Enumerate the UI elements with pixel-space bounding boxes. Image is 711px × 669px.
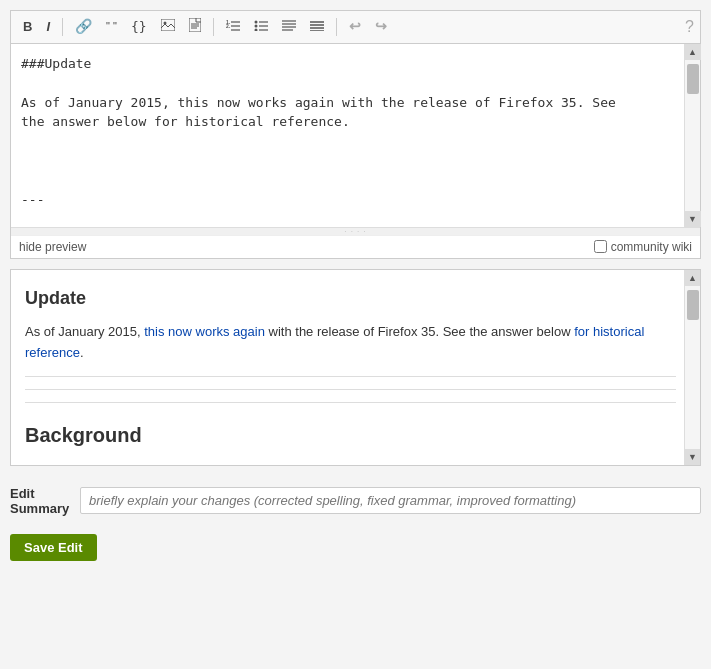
- below-editor-row: hide preview community wiki: [11, 235, 700, 258]
- edit-summary-label: Edit Summary: [10, 486, 70, 516]
- image-button[interactable]: [155, 16, 181, 38]
- editor-resize-handle[interactable]: · · · ·: [11, 227, 700, 235]
- editor-scrollbar[interactable]: ▲ ▼: [684, 44, 700, 227]
- scrollbar-track: [685, 60, 700, 211]
- preview-hr-2: [25, 389, 676, 390]
- preview-scrollbar-thumb: [687, 290, 699, 320]
- file-button[interactable]: [183, 15, 207, 39]
- link-button[interactable]: 🔗: [69, 15, 98, 38]
- preview-scrollbar-up[interactable]: ▲: [685, 270, 701, 286]
- undo-button[interactable]: ↩: [343, 15, 367, 38]
- preview-hr-1: [25, 376, 676, 377]
- edit-summary-label-line1: Edit: [10, 486, 35, 501]
- editor-textarea-wrap: ###Update As of January 2015, this now w…: [11, 44, 700, 227]
- scrollbar-down-arrow[interactable]: ▼: [685, 211, 701, 227]
- blockquote-button[interactable]: " ": [100, 17, 123, 36]
- toolbar-sep-3: [336, 18, 337, 36]
- svg-rect-0: [161, 19, 175, 31]
- edit-summary-label-line2: Summary: [10, 501, 69, 516]
- preview-heading: Update: [25, 284, 676, 313]
- help-icon[interactable]: ?: [685, 18, 694, 36]
- editor-container: B I 🔗 " " {} 1.2. ↩ ↪ ? ###Update As of: [10, 10, 701, 259]
- edit-summary-section: Edit Summary: [0, 476, 711, 526]
- preview-scrollbar[interactable]: ▲ ▼: [684, 270, 700, 465]
- svg-rect-2: [189, 18, 201, 32]
- scrollbar-up-arrow[interactable]: ▲: [685, 44, 701, 60]
- redo-button[interactable]: ↪: [369, 15, 393, 38]
- toolbar-sep-2: [213, 18, 214, 36]
- editor-textarea[interactable]: ###Update As of January 2015, this now w…: [11, 44, 700, 224]
- preview-area: Update As of January 2015, this now work…: [10, 269, 701, 466]
- preview-scrollbar-track: [685, 286, 700, 449]
- ordered-list-button[interactable]: 1.2.: [220, 16, 246, 37]
- scrollbar-thumb: [687, 64, 699, 94]
- hr-button[interactable]: [304, 16, 330, 37]
- align-button[interactable]: [276, 16, 302, 37]
- community-wiki-text: community wiki: [611, 240, 692, 254]
- community-wiki-label: community wiki: [594, 240, 692, 254]
- community-wiki-checkbox[interactable]: [594, 240, 607, 253]
- preview-link-works[interactable]: this now works again: [144, 324, 265, 339]
- toolbar-sep-1: [62, 18, 63, 36]
- unordered-list-button[interactable]: [248, 16, 274, 37]
- italic-button[interactable]: I: [40, 16, 56, 38]
- svg-point-13: [254, 25, 257, 28]
- resize-dots: · · · ·: [344, 227, 367, 236]
- preview-link-historical[interactable]: for historical reference: [25, 324, 644, 360]
- svg-text:2.: 2.: [226, 23, 231, 29]
- preview-paragraph: As of January 2015, this now works again…: [25, 322, 676, 364]
- hide-preview-link[interactable]: hide preview: [19, 240, 86, 254]
- preview-hr-3: [25, 402, 676, 403]
- preview-scrollbar-down[interactable]: ▼: [685, 449, 701, 465]
- edit-summary-input[interactable]: [80, 487, 701, 514]
- preview-content: Update As of January 2015, this now work…: [11, 270, 700, 465]
- code-button[interactable]: {}: [125, 16, 153, 38]
- save-button[interactable]: Save Edit: [10, 534, 97, 561]
- svg-point-15: [254, 29, 257, 32]
- svg-point-11: [254, 21, 257, 24]
- preview-background-heading: Background: [25, 419, 676, 451]
- save-section: Save Edit: [0, 526, 711, 569]
- editor-toolbar: B I 🔗 " " {} 1.2. ↩ ↪ ?: [11, 11, 700, 44]
- bold-button[interactable]: B: [17, 16, 38, 38]
